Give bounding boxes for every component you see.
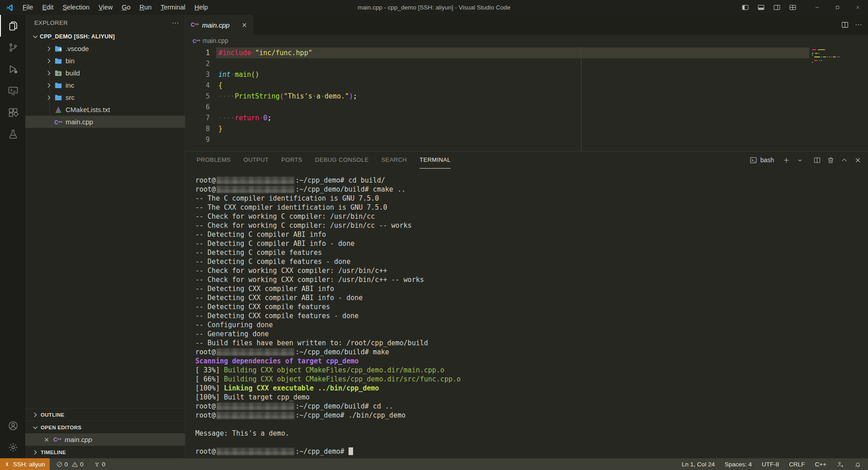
menu-run[interactable]: Run — [135, 0, 156, 15]
close-window-button[interactable] — [848, 0, 868, 15]
tree-item-inc[interactable]: inc — [25, 79, 185, 91]
kill-terminal-icon[interactable] — [827, 156, 835, 164]
feedback-icon[interactable] — [836, 461, 844, 468]
line-number: 6 — [185, 102, 218, 113]
menu-help[interactable]: Help — [190, 0, 212, 15]
terminal-line: [ 33%] Building CXX object CMakeFiles/cp… — [195, 366, 868, 375]
terminal-text: -- Detecting C compile features - done — [195, 258, 350, 266]
split-terminal-icon[interactable] — [813, 156, 821, 164]
terminal-line: root@:~/cpp_demo/build# cmake .. — [195, 185, 868, 194]
status-language-mode[interactable]: C++ — [815, 461, 826, 468]
code-line: 6 — [185, 102, 868, 113]
activity-testing[interactable] — [0, 123, 25, 145]
status-encoding[interactable]: UTF-8 — [762, 461, 779, 468]
remote-indicator[interactable]: SSH: aliyun — [0, 458, 50, 470]
open-editor-main-cpp[interactable]: C++main.cpp — [25, 433, 185, 446]
activity-run-and-debug[interactable] — [0, 58, 25, 80]
activity-extensions[interactable] — [0, 102, 25, 123]
toggle-panel-icon[interactable] — [757, 4, 765, 11]
panel-tab-terminal[interactable]: TERMINAL — [420, 151, 451, 169]
remote-icon — [4, 461, 10, 468]
open-editor-label: main.cpp — [65, 436, 92, 443]
terminal-shell-chip[interactable]: bash — [750, 156, 774, 164]
panel-tab-debug-console[interactable]: DEBUG CONSOLE — [315, 151, 369, 169]
tree-item-bin[interactable]: bin — [25, 55, 185, 67]
code-text: { — [218, 80, 222, 91]
terminal-line: -- The C compiler identification is GNU … — [195, 194, 868, 203]
problems-status[interactable]: 0 0 — [56, 461, 87, 468]
cpp-icon: C++ — [54, 118, 62, 126]
activity-manage[interactable] — [0, 437, 25, 458]
section-open-editors[interactable]: OPEN EDITORS — [25, 421, 185, 433]
activity-remote-explorer[interactable] — [0, 80, 25, 102]
toggle-secondary-sidebar-icon[interactable] — [773, 4, 781, 11]
menu-edit[interactable]: Edit — [38, 0, 58, 15]
more-actions-icon[interactable] — [854, 21, 863, 29]
more-actions-icon[interactable] — [171, 19, 179, 27]
tree-root-cpp-demo[interactable]: CPP_DEMO [SSH: ALIYUN] — [25, 31, 185, 42]
menu-file[interactable]: File — [18, 0, 38, 15]
terminal-line: -- Build files have been written to: /ro… — [195, 338, 868, 348]
new-terminal-icon[interactable] — [783, 156, 790, 164]
close-panel-icon[interactable] — [854, 156, 862, 164]
dropdown-icon[interactable] — [796, 156, 804, 164]
editor-tab-bar: C++ main.cpp — [185, 15, 868, 35]
tree-item-build[interactable]: build — [25, 67, 185, 79]
breadcrumb[interactable]: C++ main.cpp — [185, 35, 868, 47]
panel-tab-output[interactable]: OUTPUT — [243, 151, 269, 169]
toggle-primary-sidebar-icon[interactable] — [741, 4, 749, 11]
terminal-line: -- Detecting C compile features — [195, 248, 868, 257]
code-editor[interactable]: 1#include·"inc/func.hpp"23int·main()4{5·… — [185, 47, 868, 151]
line-number: 8 — [185, 123, 218, 134]
code-token: demo." — [325, 92, 349, 100]
code-token: } — [218, 125, 222, 133]
minimap-mark — [831, 56, 832, 57]
run-debug-icon — [8, 64, 19, 75]
cmake-icon — [54, 106, 62, 114]
panel-tab-problems[interactable]: PROBLEMS — [197, 151, 231, 169]
code-token: · — [259, 114, 263, 122]
terminal-text: :~/cpp_demo/build# cmake .. — [295, 185, 406, 193]
maximize-button[interactable] — [827, 0, 848, 15]
menu-go[interactable]: Go — [117, 0, 135, 15]
folder-icon — [54, 81, 62, 89]
activity-source-control[interactable] — [0, 37, 25, 58]
maximize-panel-icon[interactable] — [840, 156, 848, 164]
tab-main-cpp[interactable]: C++ main.cpp — [185, 15, 253, 35]
status-bar: SSH: aliyun 0 0 0 Ln 1, Col 24Spaces: 4U… — [0, 458, 868, 470]
menu-selection[interactable]: Selection — [58, 0, 94, 15]
status-cursor-position[interactable]: Ln 1, Col 24 — [682, 461, 715, 468]
terminal-line: -- Check for working C compiler: /usr/bi… — [195, 212, 868, 221]
terminal[interactable]: root@:~/cpp_demo# cd build/root@:~/cpp_d… — [185, 169, 868, 458]
customize-layout-icon[interactable] — [789, 4, 797, 11]
account-icon — [8, 420, 19, 431]
terminal-line: root@:~/cpp_demo# ./bin/cpp_demo — [195, 411, 868, 420]
section-timeline[interactable]: TIMELINE — [25, 446, 185, 458]
menu-view[interactable]: View — [94, 0, 117, 15]
tree-item-cmakelists-txt[interactable]: CMakeLists.txt — [25, 103, 185, 116]
minimap[interactable] — [809, 47, 868, 151]
menu-terminal[interactable]: Terminal — [156, 0, 190, 15]
breadcrumb-item: main.cpp — [203, 37, 228, 44]
close-icon[interactable] — [43, 437, 50, 443]
split-editor-icon[interactable] — [841, 21, 849, 29]
tree-item-main-cpp[interactable]: C++main.cpp — [25, 116, 185, 128]
panel-tab-ports[interactable]: PORTS — [281, 151, 302, 169]
redacted-hostname — [217, 348, 294, 356]
tree-item--vscode[interactable]: .vscode — [25, 42, 185, 55]
panel-tab-search[interactable]: SEARCH — [381, 151, 407, 169]
terminal-line: [100%] Linking CXX executable ../bin/cpp… — [195, 384, 868, 393]
status-indentation[interactable]: Spaces: 4 — [725, 461, 752, 468]
terminal-text: -- Detecting CXX compile features — [195, 303, 330, 311]
terminal-text: :~/cpp_demo# ./bin/cpp_demo — [295, 411, 406, 419]
ports-status[interactable]: 0 — [94, 461, 109, 468]
tree-item-src[interactable]: src — [25, 91, 185, 103]
activity-accounts[interactable] — [0, 415, 25, 437]
activity-explorer[interactable] — [0, 15, 25, 37]
close-tab-icon[interactable] — [241, 22, 248, 28]
section-outline[interactable]: OUTLINE — [25, 408, 185, 421]
bell-icon[interactable] — [854, 461, 862, 468]
chevron-right-icon — [45, 57, 52, 65]
status-eol[interactable]: CRLF — [789, 461, 805, 468]
minimize-button[interactable] — [807, 0, 827, 15]
